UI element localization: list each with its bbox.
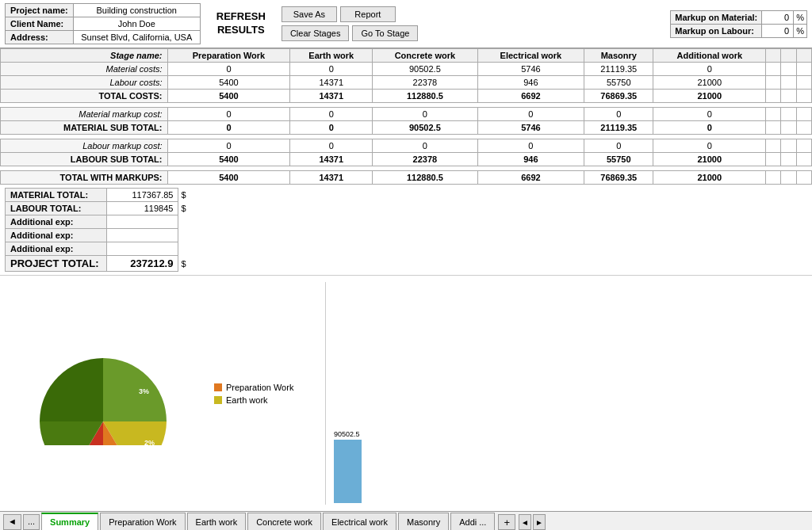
material-dollar: $	[178, 189, 191, 202]
row-label: Labour markup cost:	[1, 139, 168, 153]
row-label: Labour costs:	[1, 76, 168, 90]
svg-text:2%: 2%	[144, 439, 155, 445]
chart-area: 3% 2% 6% Preparation Work Earth work 905…	[0, 275, 812, 511]
table-cell-empty	[781, 76, 796, 90]
table-cell: 0	[653, 121, 766, 135]
table-cell-empty	[796, 153, 811, 166]
go-to-stage-button[interactable]: Go To Stage	[352, 25, 418, 41]
client-label: Client Name:	[6, 17, 74, 31]
table-cell: 5400	[167, 153, 290, 166]
table-cell-empty	[781, 63, 796, 76]
table-cell-empty	[766, 153, 781, 166]
markup-table: Markup on Material: 0 % Markup on Labour…	[670, 10, 807, 38]
add-tab-button[interactable]: +	[498, 514, 515, 530]
table-cell-empty	[781, 171, 796, 185]
tab-summary[interactable]: Summary	[41, 513, 98, 530]
tab-earth-work[interactable]: Earth work	[187, 513, 247, 530]
table-cell: 14371	[290, 171, 373, 185]
row-label: Material markup cost:	[1, 108, 168, 121]
table-cell-empty	[766, 171, 781, 185]
client-value: John Doe	[73, 17, 200, 31]
table-cell: 0	[290, 63, 373, 76]
tab-nav-prev[interactable]: ◄	[3, 514, 21, 530]
table-cell: 6692	[477, 90, 584, 103]
table-cell: 21119.35	[584, 121, 653, 135]
project-total-value: 237212.9	[107, 256, 178, 272]
report-button[interactable]: Report	[340, 6, 396, 22]
bar-chart: 90502.5	[326, 276, 812, 511]
table-cell: 112880.5	[373, 90, 478, 103]
project-label: Project name:	[6, 4, 74, 17]
table-cell: 21000	[653, 171, 766, 185]
tab-concrete-work[interactable]: Concrete work	[247, 513, 321, 530]
table-cell-empty	[781, 90, 796, 103]
markup-material-label: Markup on Material:	[671, 10, 762, 24]
table-cell-empty	[796, 63, 811, 76]
table-cell: 21119.35	[584, 63, 653, 76]
material-total-value: 117367.85	[107, 189, 178, 202]
additional-exp2-label: Additional exp:	[6, 229, 107, 242]
table-cell: 0	[290, 121, 373, 135]
markup-area: Markup on Material: 0 % Markup on Labour…	[670, 10, 807, 38]
table-cell: 22378	[373, 153, 478, 166]
project-total-label: PROJECT TOTAL:	[6, 256, 107, 272]
legend-item-prep: Preparation Work	[214, 383, 317, 392]
table-cell: 5746	[477, 63, 584, 76]
project-value: Building construction	[73, 4, 200, 17]
labour-total-value: 119845	[107, 202, 178, 215]
col-empty1	[766, 49, 781, 63]
col-electrical-work: Electrical work	[477, 49, 584, 63]
tab-electrical-work[interactable]: Electrical work	[323, 513, 396, 530]
refresh-button[interactable]: REFRESH RESULTS	[207, 10, 275, 37]
markup-labour-input[interactable]: 0	[762, 24, 794, 37]
col-masonry: Masonry	[584, 49, 653, 63]
markup-labour-label: Markup on Labour:	[671, 24, 762, 37]
table-cell: 14371	[290, 90, 373, 103]
table-cell: 14371	[290, 153, 373, 166]
table-cell: 0	[477, 108, 584, 121]
table-cell: 55750	[584, 76, 653, 90]
table-cell: 946	[477, 153, 584, 166]
table-cell-empty	[781, 108, 796, 121]
tab-prep-work[interactable]: Preparation Work	[100, 513, 185, 530]
clear-stages-button[interactable]: Clear Stages	[282, 25, 350, 41]
table-cell: 0	[584, 108, 653, 121]
table-cell: 0	[653, 139, 766, 153]
address-value: Sunset Blvd, California, USA	[73, 31, 200, 44]
bar-value-label: 90502.5	[334, 430, 360, 438]
table-cell-empty	[766, 121, 781, 135]
table-cell: 76869.35	[584, 171, 653, 185]
table-cell: 0	[373, 108, 478, 121]
tab-scroll-right[interactable]: ►	[533, 514, 546, 530]
table-cell-empty	[766, 139, 781, 153]
tab-nav-ellipsis[interactable]: ...	[23, 514, 40, 530]
table-cell: 5400	[167, 76, 290, 90]
markup-material-input[interactable]: 0	[762, 10, 794, 24]
table-cell-empty	[796, 108, 811, 121]
table-cell: 946	[477, 76, 584, 90]
additional-exp1-label: Additional exp:	[6, 215, 107, 229]
table-cell-empty	[766, 63, 781, 76]
tab-additional[interactable]: Addi ...	[450, 513, 495, 530]
table-cell-empty	[766, 76, 781, 90]
table-cell-empty	[781, 121, 796, 135]
table-cell: 0	[653, 63, 766, 76]
markup-labour-percent: %	[794, 24, 807, 37]
table-cell-empty	[766, 108, 781, 121]
col-prep-work: Preparation Work	[167, 49, 290, 63]
tab-masonry[interactable]: Masonry	[398, 513, 449, 530]
table-cell-empty	[796, 76, 811, 90]
table-cell: 21000	[653, 153, 766, 166]
row-label: TOTAL WITH MARKUPS:	[1, 171, 168, 185]
table-cell: 112880.5	[373, 171, 478, 185]
col-earth-work: Earth work	[290, 49, 373, 63]
table-cell: 0	[167, 63, 290, 76]
action-buttons-group: Save As Report Clear Stages Go To Stage	[282, 6, 419, 41]
table-cell: 0	[167, 139, 290, 153]
tab-scroll-left[interactable]: ◄	[519, 514, 531, 530]
data-table: Stage name: Preparation Work Earth work …	[0, 48, 812, 185]
table-cell: 55750	[584, 153, 653, 166]
save-as-button[interactable]: Save As	[282, 6, 337, 22]
legend-item-earth: Earth work	[214, 395, 317, 405]
markup-material-percent: %	[794, 10, 807, 24]
